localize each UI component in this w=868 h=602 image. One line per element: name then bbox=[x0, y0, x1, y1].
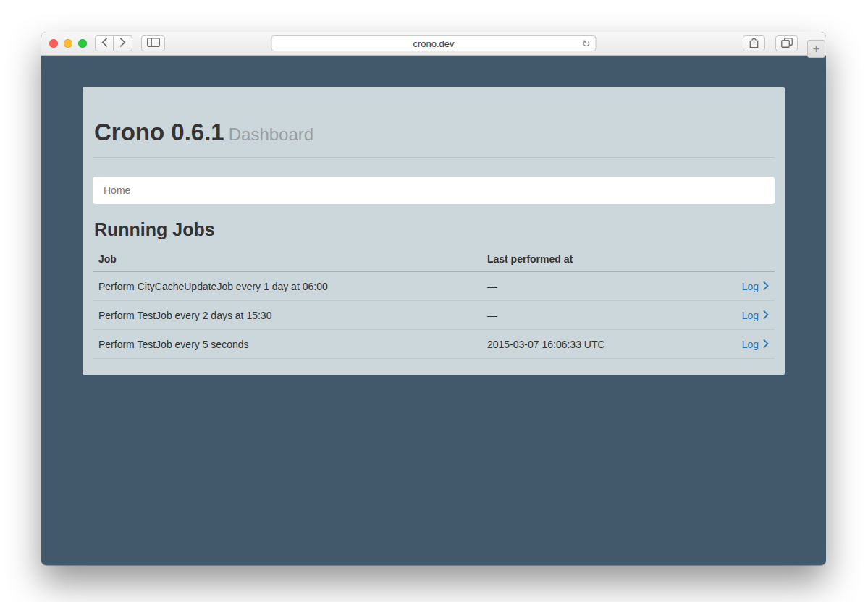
share-button[interactable] bbox=[743, 35, 765, 51]
browser-toolbar: crono.dev ↻ + bbox=[41, 32, 826, 56]
job-name: Perform TestJob every 2 days at 15:30 bbox=[93, 301, 481, 330]
chevron-right-icon bbox=[763, 310, 769, 321]
table-row: Perform TestJob every 5 seconds 2015-03-… bbox=[93, 330, 775, 359]
table-header-row: Job Last performed at bbox=[93, 246, 775, 272]
log-link[interactable]: Log bbox=[742, 309, 769, 321]
new-tab-button[interactable]: + bbox=[807, 40, 825, 58]
chevron-left-icon bbox=[101, 38, 108, 49]
breadcrumb: Home bbox=[93, 177, 775, 204]
breadcrumb-home[interactable]: Home bbox=[104, 185, 130, 196]
last-performed-at: 2015-03-07 16:06:33 UTC bbox=[481, 330, 686, 359]
traffic-lights bbox=[49, 39, 87, 48]
log-link-label: Log bbox=[742, 339, 759, 350]
chevron-right-icon bbox=[763, 339, 769, 350]
log-link-label: Log bbox=[742, 281, 759, 292]
table-row: Perform CityCacheUpdateJob every 1 day a… bbox=[93, 272, 775, 301]
tabs-overview-button[interactable] bbox=[775, 35, 798, 51]
page-title: Crono 0.6.1Dashboard bbox=[93, 87, 775, 146]
page-content: Crono 0.6.1Dashboard Home Running Jobs J… bbox=[41, 56, 826, 564]
table-row: Perform TestJob every 2 days at 15:30 — … bbox=[93, 301, 775, 330]
app-title: Crono 0.6.1 bbox=[94, 119, 224, 145]
log-link-label: Log bbox=[742, 310, 759, 321]
close-button[interactable] bbox=[49, 39, 58, 48]
minimize-button[interactable] bbox=[64, 39, 72, 48]
last-performed-at: — bbox=[481, 272, 686, 301]
browser-window: crono.dev ↻ + Crono 0.6.1Dashboard Home … bbox=[41, 32, 826, 565]
url-text: crono.dev bbox=[413, 38, 454, 49]
zoom-button[interactable] bbox=[78, 39, 87, 48]
sidebar-icon bbox=[147, 38, 160, 49]
chevron-right-icon bbox=[119, 38, 126, 49]
log-link[interactable]: Log bbox=[742, 338, 769, 350]
last-performed-at: — bbox=[481, 301, 686, 330]
section-title: Running Jobs bbox=[93, 219, 775, 240]
address-bar[interactable]: crono.dev ↻ bbox=[271, 35, 597, 51]
sidebar-toggle-button[interactable] bbox=[141, 35, 165, 51]
running-jobs-table: Job Last performed at Perform CityCacheU… bbox=[93, 246, 775, 359]
page-subtitle: Dashboard bbox=[229, 124, 313, 144]
tabs-icon bbox=[781, 38, 793, 50]
column-header-last-performed: Last performed at bbox=[481, 246, 686, 272]
desktop: { "colors": { "page_background": "#42596… bbox=[0, 0, 868, 602]
column-header-job: Job bbox=[93, 246, 481, 272]
back-button[interactable] bbox=[95, 35, 114, 51]
title-divider bbox=[93, 157, 775, 158]
job-name: Perform CityCacheUpdateJob every 1 day a… bbox=[93, 272, 481, 301]
log-link[interactable]: Log bbox=[742, 280, 769, 292]
column-header-actions bbox=[686, 246, 775, 272]
dashboard-card: Crono 0.6.1Dashboard Home Running Jobs J… bbox=[83, 87, 785, 375]
reload-icon[interactable]: ↻ bbox=[582, 38, 591, 48]
nav-buttons bbox=[95, 35, 132, 51]
chevron-right-icon bbox=[763, 281, 769, 292]
share-icon bbox=[749, 37, 759, 51]
job-name: Perform TestJob every 5 seconds bbox=[93, 330, 481, 359]
forward-button[interactable] bbox=[114, 35, 132, 51]
